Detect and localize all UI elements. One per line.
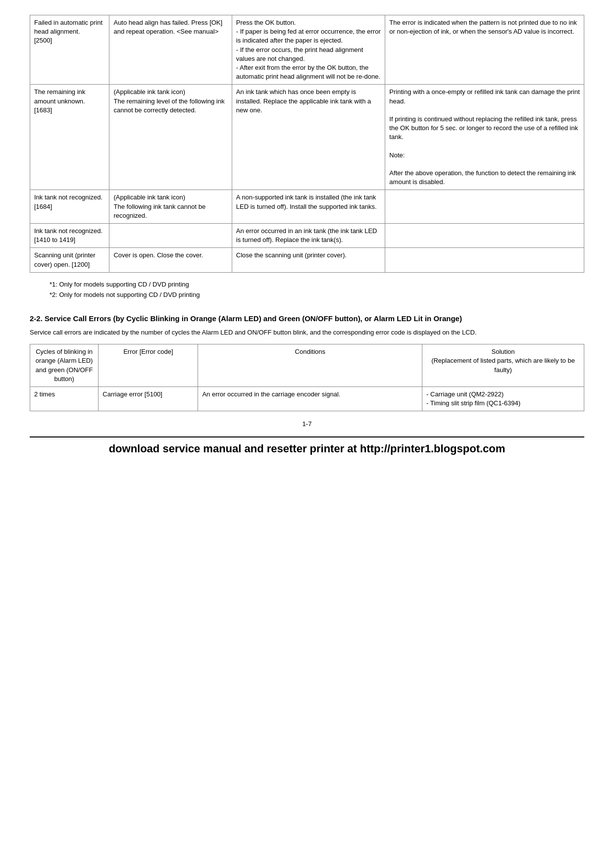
footnote: *2: Only for models not supporting CD / … bbox=[50, 291, 584, 298]
table-cell: Cover is open. Close the cover. bbox=[109, 248, 232, 272]
table-cell: An error occurred in the carriage encode… bbox=[198, 386, 422, 411]
table-header-cell: Solution (Replacement of listed parts, w… bbox=[422, 344, 584, 387]
table-cell: The remaining ink amount unknown. [1683] bbox=[30, 85, 109, 190]
table-cell: Failed in automatic print head alignment… bbox=[30, 15, 109, 85]
table-cell: Printing with a once-empty or refilled i… bbox=[385, 85, 584, 190]
page-number: 1-7 bbox=[30, 420, 584, 428]
table-cell: A non-supported ink tank is installed (t… bbox=[232, 190, 385, 224]
table-cell: Auto head align has failed. Press [OK] a… bbox=[109, 15, 232, 85]
table-cell bbox=[385, 248, 584, 272]
table-cell: An error occurred in an ink tank (the in… bbox=[232, 223, 385, 247]
page-number-text: 1-7 bbox=[303, 420, 312, 428]
table-cell: Carriage error [5100] bbox=[99, 386, 198, 411]
section-desc: Service call errors are indicated by the… bbox=[30, 328, 584, 338]
table-cell: (Applicable ink tank icon) The remaining… bbox=[109, 85, 232, 190]
table-cell bbox=[385, 190, 584, 224]
table-cell: The error is indicated when the pattern … bbox=[385, 15, 584, 85]
table-cell: Close the scanning unit (printer cover). bbox=[232, 248, 385, 272]
table-cell: Press the OK button. - If paper is being… bbox=[232, 15, 385, 85]
table-cell: Scanning unit (printer cover) open. [120… bbox=[30, 248, 109, 272]
bottom-banner: download service manual and resetter pri… bbox=[30, 436, 584, 455]
table-cell: Ink tank not recognized. [1684] bbox=[30, 190, 109, 224]
footnote: *1: Only for models supporting CD / DVD … bbox=[50, 281, 584, 288]
table-cell: (Applicable ink tank icon) The following… bbox=[109, 190, 232, 224]
main-table: Failed in automatic print head alignment… bbox=[30, 15, 584, 273]
table-cell: An ink tank which has once been empty is… bbox=[232, 85, 385, 190]
table-cell bbox=[109, 223, 232, 247]
table-cell bbox=[385, 223, 584, 247]
table-header-cell: Cycles of blinking in orange (Alarm LED)… bbox=[30, 344, 99, 387]
table-cell: - Carriage unit (QM2-2922) - Timing slit… bbox=[422, 386, 584, 411]
table-cell: Ink tank not recognized. [1410 to 1419] bbox=[30, 223, 109, 247]
table-cell: 2 times bbox=[30, 386, 99, 411]
table-header-cell: Conditions bbox=[198, 344, 422, 387]
service-table: Cycles of blinking in orange (Alarm LED)… bbox=[30, 344, 584, 411]
table-header-cell: Error [Error code] bbox=[99, 344, 198, 387]
section-title: 2-2. Service Call Errors (by Cyclic Blin… bbox=[30, 314, 584, 323]
